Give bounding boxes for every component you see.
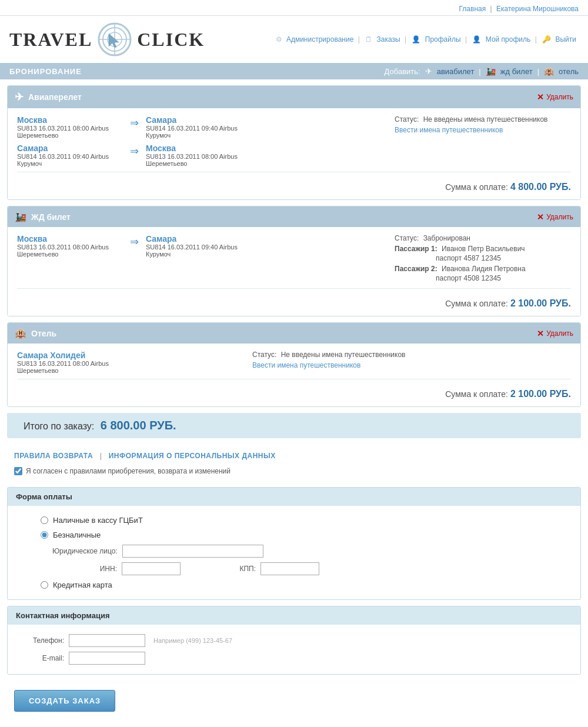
- nav-profiles-icon: 👤: [412, 35, 420, 44]
- email-label: E-mail:: [29, 654, 64, 662]
- train-from-city: Москва: [17, 234, 123, 244]
- train-passenger1: Пассажир 1: Иванов Петр Васильевич: [395, 245, 571, 253]
- phone-row: Телефон: Например (499) 123-45-67: [29, 632, 571, 649]
- train-from-sub: Шереметьево: [17, 251, 123, 258]
- phone-input[interactable]: [69, 634, 145, 647]
- air-status: Статус: Не введены имена путешественнико…: [395, 115, 571, 134]
- agree-line: Я согласен с правилами приобретения, воз…: [0, 463, 588, 481]
- logo-click: CLICK: [137, 29, 205, 51]
- air-flight1-from: Москва SU813 16.03.2011 08:00 Airbus Шер…: [17, 115, 123, 139]
- air-delete-link[interactable]: Удалить: [546, 93, 573, 101]
- hotel-status: Статус: Не введены имена путешественнико…: [252, 351, 429, 369]
- hotel-sum-line: Сумма к оплате: 2 100.00 РУБ.: [17, 384, 571, 399]
- air-flight1-to: Самара SU814 16.03.2011 09:40 Airbus Кур…: [146, 115, 252, 139]
- admin-link[interactable]: Администрирование: [286, 35, 353, 44]
- agree-checkbox[interactable]: [14, 467, 22, 475]
- arrow-1: ⇒: [130, 115, 139, 129]
- inn-input[interactable]: [122, 562, 181, 575]
- payment-section: Форма оплаты Наличные в кассу ГЦБиТ Безн…: [7, 487, 581, 600]
- payment-body: Наличные в кассу ГЦБиТ Безналичные Юриди…: [8, 506, 580, 599]
- logout-link[interactable]: Выйти: [555, 35, 576, 44]
- my-profile-link[interactable]: Мой профиль: [486, 35, 531, 44]
- payment-option3-label: Кредитная карта: [53, 581, 112, 589]
- train-section-body: Москва SU813 16.03.2011 08:00 Airbus Шер…: [8, 227, 580, 316]
- air-flight-2: Самара SU814 16.03.2011 09:40 Airbus Кур…: [17, 144, 571, 167]
- hotel-row: Самара Холидей SU813 16.03.2011 08:00 Ai…: [17, 351, 571, 374]
- contact-section: Контактная информация Телефон: Например …: [7, 606, 581, 675]
- refund-link[interactable]: ПРАВИЛА ВОЗВРАТА: [14, 452, 93, 460]
- train-section: 🚂 ЖД билет ✕ Удалить Москва SU813 16.03.…: [7, 206, 581, 316]
- submit-bar: СОЗДАТЬ ЗАКАЗ: [0, 681, 588, 721]
- hotel-delete-x-icon: ✕: [537, 329, 544, 338]
- payment-header: Форма оплаты: [8, 488, 580, 506]
- train-p2-label: Пассажир 2:: [395, 265, 437, 273]
- payment-radio-1[interactable]: [41, 516, 48, 524]
- phone-label: Телефон:: [29, 636, 64, 645]
- air-section-title: ✈ Авиаперелет: [15, 91, 82, 104]
- train-status: Статус: Забронирован Пассажир 1: Иванов …: [395, 234, 571, 284]
- home-link[interactable]: Главная: [459, 5, 486, 13]
- hotel-delete-link[interactable]: Удалить: [546, 329, 573, 338]
- user-link[interactable]: Екатерина Мирошникова: [496, 5, 579, 13]
- top-nav: Главная | Екатерина Мирошникова: [0, 0, 588, 16]
- train-delete-x-icon: ✕: [537, 212, 544, 222]
- links-bar: ПРАВИЛА ВОЗВРАТА | ИНФОРМАЦИЯ О ПЕРСОНАЛ…: [0, 444, 588, 463]
- payment-option1-label: Наличные в кассу ГЦБиТ: [53, 516, 143, 525]
- hotel-name: Самара Холидей: [17, 351, 146, 360]
- hotel-status-value: Не введены имена путешественников: [281, 351, 406, 359]
- add-air-ticket-link[interactable]: авиабилет: [437, 67, 475, 76]
- air-flight1-from-detail: SU813 16.03.2011 08:00 Airbus: [17, 125, 123, 132]
- air-flight1-to-detail: SU814 16.03.2011 09:40 Airbus: [146, 125, 252, 132]
- plane-icon: ✈: [15, 91, 24, 104]
- train-sum-label: Сумма к оплате:: [445, 299, 508, 308]
- hotel-delete[interactable]: ✕ Удалить: [537, 329, 573, 338]
- train-to-detail: SU814 16.03.2011 09:40 Airbus: [146, 244, 252, 251]
- total-label: Итого по заказу:: [24, 421, 94, 431]
- orders-link[interactable]: Заказы: [377, 35, 400, 44]
- nav-logout-icon: 🔑: [542, 35, 551, 44]
- air-delete[interactable]: ✕ Удалить: [537, 92, 573, 102]
- hotel-sub: Шереметьево: [17, 367, 146, 374]
- train-status-value: Забронирован: [423, 234, 470, 242]
- payment-radio-2[interactable]: [41, 531, 48, 539]
- add-hotel-link[interactable]: отель: [559, 67, 579, 76]
- train-from-detail: SU813 16.03.2011 08:00 Airbus: [17, 244, 123, 251]
- add-train-ticket-link[interactable]: жд билет: [500, 67, 533, 76]
- train-sum-amount: 2 100.00 РУБ.: [510, 298, 571, 308]
- booking-bar: БРОНИРОВАНИЕ Добавить: ✈ авиабилет | 🚂 ж…: [0, 63, 588, 79]
- email-input[interactable]: [69, 652, 145, 665]
- total-bar: Итого по заказу: 6 800.00 РУБ.: [7, 413, 581, 438]
- train-delete-link[interactable]: Удалить: [546, 213, 573, 221]
- payment-option1-row: Наличные в кассу ГЦБиТ: [17, 513, 571, 528]
- train-delete[interactable]: ✕ Удалить: [537, 212, 573, 222]
- personal-data-link[interactable]: ИНФОРМАЦИЯ О ПЕРСОНАЛЬНЫХ ДАННЫХ: [109, 452, 276, 460]
- train-passenger2: Пассажир 2: Иванова Лидия Петровна: [395, 265, 571, 273]
- air-flight1-from-city: Москва: [17, 115, 123, 125]
- legal-entity-label: Юридическое лицо:: [52, 547, 118, 555]
- create-order-button[interactable]: СОЗДАТЬ ЗАКАЗ: [14, 690, 115, 712]
- air-flight2-from-detail: SU814 16.03.2011 09:40 Airbus: [17, 153, 123, 160]
- profiles-link[interactable]: Профайлы: [425, 35, 461, 44]
- air-flight2-to-detail: SU813 16.03.2011 08:00 Airbus: [146, 153, 252, 160]
- payment-radio-3[interactable]: [41, 581, 48, 589]
- air-flight-1: Москва SU813 16.03.2011 08:00 Airbus Шер…: [17, 115, 571, 139]
- legal-entity-input[interactable]: [122, 545, 263, 558]
- phone-hint: Например (499) 123-45-67: [153, 637, 232, 644]
- legal-entity-row: Юридическое лицо:: [17, 542, 571, 560]
- contact-body: Телефон: Например (499) 123-45-67 E-mail…: [8, 625, 580, 674]
- train-status-line: Статус: Забронирован: [395, 234, 571, 242]
- air-status-label: Статус:: [395, 115, 419, 124]
- nav-profile-icon: 👤: [472, 35, 481, 44]
- air-enter-names-link[interactable]: Ввести имена путешественников: [395, 126, 571, 134]
- kpp-input[interactable]: [260, 562, 319, 575]
- air-flight2-from: Самара SU814 16.03.2011 09:40 Airbus Кур…: [17, 144, 123, 167]
- train-icon-section: 🚂: [15, 211, 26, 222]
- hotel-enter-names-link[interactable]: Ввести имена путешественников: [252, 361, 429, 369]
- add-label: Добавить:: [385, 67, 420, 76]
- hotel-section-header: 🏨 Отель ✕ Удалить: [8, 323, 580, 344]
- logo-bar: TRAVEL CLICK ⚙ Администрирование | 🗒 Зак…: [0, 16, 588, 63]
- air-status-value: Не введены имена путешественников: [423, 115, 548, 124]
- train-section-header: 🚂 ЖД билет ✕ Удалить: [8, 206, 580, 227]
- hotel-section-title: 🏨 Отель: [15, 328, 56, 339]
- air-section-body: Москва SU813 16.03.2011 08:00 Airbus Шер…: [8, 108, 580, 199]
